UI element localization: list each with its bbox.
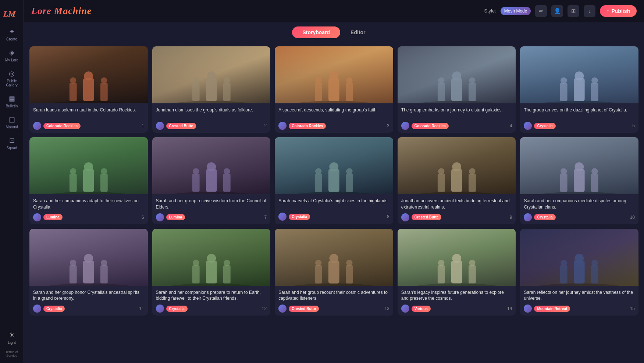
cards-grid-container[interactable]: Sarah leads a solemn ritual in the Color…: [24, 43, 644, 363]
card-description-8: Sarah marvels at Crystalia's night skies…: [278, 198, 389, 210]
svg-rect-95: [223, 265, 231, 283]
svg-point-78: [561, 168, 567, 174]
card-description-14: Sarah's legacy inspires future generatio…: [401, 289, 512, 302]
style-badge[interactable]: Mesh Mode: [501, 7, 531, 15]
svg-rect-55: [223, 174, 231, 192]
svg-rect-107: [451, 260, 462, 283]
location-badge-3[interactable]: Colorado Rockies: [289, 123, 326, 129]
sidebar-item-public-gallery[interactable]: ◎ Public Gallery: [0, 66, 24, 91]
svg-point-80: [592, 168, 598, 174]
card-9[interactable]: Jonathan uncovers ancient texts bridging…: [398, 137, 516, 224]
card-8[interactable]: Sarah marvels at Crystalia's night skies…: [275, 137, 393, 224]
card-description-1: Sarah leads a solemn ritual in the Color…: [33, 107, 144, 119]
card-footer-left-4: Colorado Rockies: [401, 122, 449, 130]
location-badge-14[interactable]: Various: [412, 306, 431, 312]
location-badge-8[interactable]: Crystalia: [289, 214, 310, 220]
sidebar-item-theme[interactable]: ☀ Light: [0, 327, 24, 348]
location-badge-10[interactable]: Crystalia: [534, 214, 555, 220]
sidebar-item-label: Create: [6, 37, 17, 41]
card-body-5: The group arrives on the dazzling planet…: [520, 103, 638, 133]
card-footer-left-15: Mountain Retreat: [524, 305, 570, 313]
card-11[interactable]: Sarah and her group honor Crystalia's an…: [29, 229, 148, 316]
card-description-4: The group embarks on a journey to distan…: [401, 107, 512, 119]
sidebar-item-my-lore[interactable]: ◈ My Lore: [0, 45, 24, 66]
card-13[interactable]: Sarah and her group recount their cosmic…: [275, 229, 393, 316]
location-badge-1[interactable]: Colorado Rockies: [43, 123, 81, 129]
card-7[interactable]: Sarah and her group receive wisdom from …: [152, 137, 271, 224]
location-badge-9[interactable]: Crested Butte: [412, 214, 442, 220]
person-icon-btn[interactable]: 👤: [551, 5, 563, 17]
sidebar-item-create[interactable]: ✦ Create: [0, 24, 24, 45]
location-badge-5[interactable]: Crystalia: [534, 123, 555, 129]
svg-point-62: [315, 168, 321, 174]
pencil-icon-btn[interactable]: ✏: [535, 5, 547, 17]
svg-rect-23: [346, 83, 353, 101]
location-badge-11[interactable]: Crystalia: [43, 306, 65, 312]
sidebar-item-manual[interactable]: ◫ Manual: [0, 112, 24, 133]
card-body-6: Sarah and her companions adapt to their …: [29, 194, 148, 224]
svg-point-48: [101, 168, 107, 174]
card-2[interactable]: Jonathan dismisses the group's rituals a…: [152, 46, 271, 133]
location-badge-12[interactable]: Crystalia: [166, 306, 188, 312]
svg-rect-27: [451, 78, 462, 101]
svg-rect-101: [315, 265, 322, 283]
svg-point-16: [224, 77, 230, 83]
tab-editor[interactable]: Editor: [340, 26, 376, 38]
svg-rect-59: [328, 169, 339, 192]
publish-button[interactable]: ↑ Publish: [600, 5, 637, 17]
svg-rect-67: [451, 169, 462, 192]
card-number-2: 2: [264, 123, 267, 128]
card-image-15: [520, 229, 638, 286]
card-footer-left-7: Lumina: [156, 213, 185, 221]
card-footer-left-5: Crystalia: [524, 122, 555, 130]
card-description-6: Sarah and her companions adapt to their …: [33, 198, 144, 210]
avatar-14: [401, 305, 409, 313]
location-badge-2[interactable]: Crested Butte: [166, 123, 196, 129]
grid-icon-btn[interactable]: ⊞: [567, 5, 579, 17]
svg-rect-31: [469, 83, 476, 101]
svg-point-100: [330, 254, 339, 263]
svg-point-40: [592, 77, 598, 83]
download-icon-btn[interactable]: ↓: [584, 5, 595, 17]
card-number-5: 5: [632, 123, 635, 128]
card-3[interactable]: A spacecraft descends, validating the gr…: [275, 46, 393, 133]
svg-rect-99: [328, 260, 339, 283]
avatar-10: [524, 213, 532, 221]
svg-rect-75: [574, 169, 585, 192]
location-badge-13[interactable]: Crested Butte: [289, 306, 319, 312]
card-description-7: Sarah and her group receive wisdom from …: [156, 198, 267, 210]
terms-of-service-link[interactable]: Terms of Service: [0, 348, 24, 359]
card-1[interactable]: Sarah leads a solemn ritual in the Color…: [29, 46, 148, 133]
card-description-9: Jonathan uncovers ancient texts bridging…: [401, 198, 512, 210]
svg-rect-103: [346, 265, 353, 283]
card-4[interactable]: The group embarks on a journey to distan…: [398, 46, 516, 133]
my-lore-icon: ◈: [9, 49, 14, 57]
sidebar-item-squad[interactable]: ⊡ Squad: [0, 133, 24, 154]
card-14[interactable]: Sarah's legacy inspires future generatio…: [398, 229, 516, 316]
card-6[interactable]: Sarah and her companions adapt to their …: [29, 137, 148, 224]
card-body-7: Sarah and her group receive wisdom from …: [152, 194, 271, 224]
card-15[interactable]: Sarah reflects on her journey amidst the…: [520, 229, 638, 316]
card-image-6: [29, 137, 148, 194]
svg-point-54: [193, 168, 199, 174]
card-number-14: 14: [507, 306, 512, 311]
card-footer-6: Lumina 6: [33, 213, 144, 221]
public-gallery-icon: ◎: [9, 70, 15, 78]
location-badge-4[interactable]: Colorado Rockies: [412, 123, 449, 129]
card-footer-left-2: Crested Butte: [156, 122, 196, 130]
svg-rect-15: [223, 83, 231, 101]
card-12[interactable]: Sarah and her companions prepare to retu…: [152, 229, 271, 316]
card-description-10: Sarah and her companions mediate dispute…: [524, 198, 635, 210]
card-10[interactable]: Sarah and her companions mediate dispute…: [520, 137, 638, 224]
tab-storyboard[interactable]: Storyboard: [292, 26, 340, 38]
card-image-10: [520, 137, 638, 194]
sidebar-item-label: Squad: [7, 146, 17, 150]
svg-rect-117: [560, 265, 567, 283]
sidebar-item-bulletin[interactable]: ▤ Bulletin: [0, 91, 24, 112]
card-number-10: 10: [630, 215, 635, 220]
location-badge-15[interactable]: Mountain Retreat: [534, 306, 570, 312]
card-5[interactable]: The group arrives on the dazzling planet…: [520, 46, 638, 133]
location-badge-6[interactable]: Lumina: [43, 214, 63, 220]
location-badge-7[interactable]: Lumina: [166, 214, 185, 220]
card-body-13: Sarah and her group recount their cosmic…: [275, 286, 393, 316]
